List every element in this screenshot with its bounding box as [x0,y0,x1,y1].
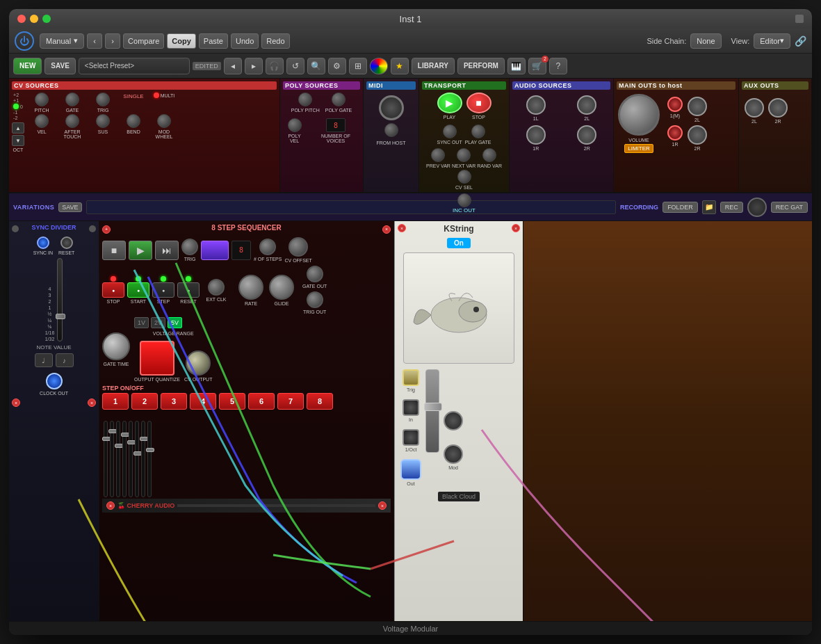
midi-knob[interactable] [384,123,398,137]
forward-button[interactable]: › [105,33,120,49]
fader-8[interactable] [147,421,152,497]
cv-offset-knob[interactable] [288,237,308,257]
play-gate-knob[interactable] [471,124,485,138]
limiter-button[interactable]: LIMITER [624,144,653,153]
step-5[interactable]: 5 [219,393,245,410]
close-button[interactable] [17,15,26,23]
oct-down-button[interactable]: ▼ [12,135,24,146]
variations-field[interactable] [86,200,617,214]
kstring-close-left[interactable]: × [398,224,406,232]
folder-button[interactable]: FOLDER [663,202,698,213]
settings-button[interactable]: ⚙ [328,58,346,74]
kstring-close-right[interactable]: × [512,224,520,232]
cart-button[interactable]: 🛒 2 [528,58,546,74]
folder-icon-button[interactable]: 📁 [702,200,716,214]
perform-button[interactable]: PERFORM [457,58,505,74]
link-icon[interactable]: 🔗 [795,35,806,47]
aftertouch-knob[interactable] [65,114,79,128]
ext-clk-knob[interactable] [208,279,225,296]
preset-dropdown[interactable]: Manual ▾ [40,33,84,49]
output-quantize-button[interactable] [140,341,174,376]
copy-button[interactable]: Copy [167,33,196,49]
trig-out-knob[interactable] [307,291,323,308]
step-4[interactable]: 4 [190,393,216,410]
panel-close-left[interactable]: × [12,399,20,407]
fader-4[interactable] [122,421,127,497]
sync-in-jack[interactable] [37,236,49,249]
fader-7[interactable] [141,421,145,497]
poly-vel-knob[interactable] [288,118,302,132]
step-2[interactable]: 2 [131,393,158,410]
play-button[interactable]: ▶ [437,92,462,113]
pitch-knob[interactable] [35,92,49,106]
piano-button[interactable]: 🎹 [507,58,526,74]
gate-time-knob[interactable] [102,332,130,360]
voltage-2v[interactable]: 2V [151,317,165,328]
steps-knob[interactable] [259,239,276,255]
rec-gate-button[interactable]: REC GAT [771,202,808,213]
maximize-button[interactable] [42,15,51,23]
reset-jack[interactable] [60,236,73,249]
stop-button[interactable]: ■ [466,92,491,113]
reset-action-button[interactable]: ● [177,282,200,298]
in-jack[interactable] [403,399,419,416]
seq-close-left[interactable]: + [102,225,111,234]
fader-2[interactable] [110,421,114,497]
color-button[interactable] [370,58,388,74]
sync-panel-handle-left[interactable] [12,225,19,232]
cherry-close-right[interactable]: × [378,501,387,510]
gate-out-knob[interactable] [307,266,323,282]
rate-knob[interactable] [238,275,263,300]
fader-3[interactable] [116,421,120,497]
preset-select[interactable]: <Select Preset> [79,58,190,74]
note-btn-1[interactable]: ♩ [35,353,53,367]
headphone-button[interactable]: 🎧 [266,58,284,74]
kstring-main-slider[interactable] [425,369,439,453]
cv-output-knob[interactable] [186,351,211,376]
window-control-right[interactable] [795,15,804,23]
arrow-left-button[interactable]: ◂ [224,58,242,74]
main-out-2r-jack[interactable] [688,125,707,145]
rand-var-knob[interactable] [482,148,496,162]
aux-2l-jack[interactable] [745,98,764,118]
cherry-close-left[interactable]: × [106,501,115,510]
trig-knob[interactable] [96,92,110,106]
start-action-button[interactable]: ● [127,282,149,298]
stop-action-button[interactable]: ● [102,282,124,298]
step-6[interactable]: 6 [248,393,275,410]
minimize-button[interactable] [30,15,38,23]
view-dropdown[interactable]: Editor ▾ [754,33,790,49]
step-1[interactable]: 1 [102,393,129,410]
sus-knob[interactable] [96,114,110,128]
gate-knob[interactable] [65,92,79,106]
cv-sel-knob[interactable] [457,170,471,184]
new-button[interactable]: NEW [13,58,42,74]
fader-1[interactable] [104,421,108,497]
sync-panel-handle-right[interactable] [89,225,96,232]
poly-gate-knob[interactable] [332,92,346,106]
step-8[interactable]: 8 [307,393,333,410]
out-jack[interactable] [400,459,421,480]
redo-button[interactable]: Redo [261,33,289,49]
grid-button[interactable]: ⊞ [349,58,367,74]
step-3[interactable]: 3 [161,393,187,410]
step-7[interactable]: 7 [277,393,304,410]
sync-out-knob[interactable] [443,124,457,138]
seq-play-button[interactable]: ▶ [129,241,152,260]
voltage-1v[interactable]: 1V [134,317,149,328]
main-out-2l-jack[interactable] [688,97,707,116]
oct-up-button[interactable]: ▲ [12,122,24,134]
loop-button[interactable]: ↺ [286,58,304,74]
paste-button[interactable]: Paste [199,33,228,49]
mod-jack[interactable] [444,444,463,464]
poly-pitch-knob[interactable] [298,92,312,106]
rec-jack[interactable] [747,198,767,217]
search-button[interactable]: 🔍 [307,58,325,74]
note-value-slider[interactable] [57,258,63,341]
back-button[interactable]: ‹ [87,33,102,49]
next-var-knob[interactable] [457,148,471,162]
audio-2r-jack[interactable] [577,125,596,145]
clock-out-jack[interactable] [46,373,63,389]
power-button[interactable]: ⏻ [15,31,34,51]
fader-6[interactable] [135,421,139,497]
